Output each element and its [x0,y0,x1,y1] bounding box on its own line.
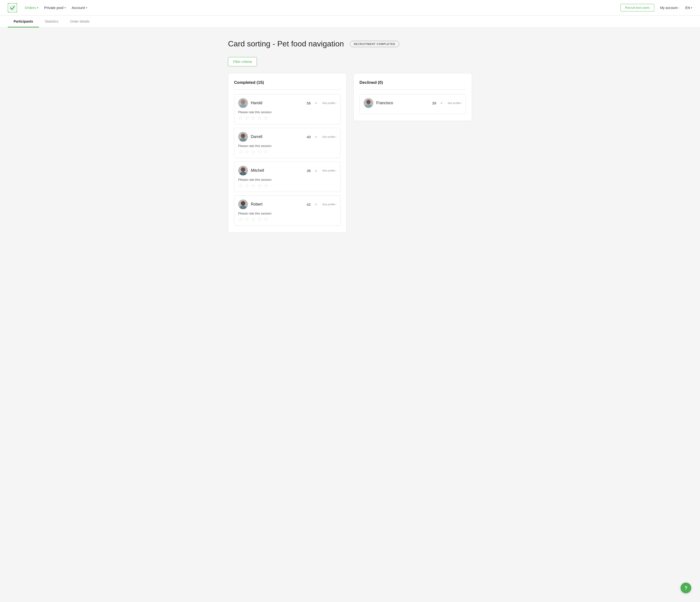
svg-point-13 [241,201,245,205]
columns: Completed (15) Harold 56 ♂ See profile › [228,73,472,233]
star-5[interactable]: ☆ [264,217,268,222]
see-profile-link[interactable]: See profile › [322,169,336,172]
star-1[interactable]: ☆ [238,149,243,155]
participant-card: Darrell 40 ♂ See profile › Please rate t… [234,128,341,158]
star-5[interactable]: ☆ [264,149,268,155]
see-profile-link[interactable]: See profile › [322,203,336,206]
chevron-right-icon: › [335,169,336,172]
participant-age: 39 [432,101,436,105]
participant-age: 36 [307,168,311,173]
logo[interactable] [8,3,17,12]
svg-point-3 [240,104,247,108]
star-rating[interactable]: ☆ ☆ ☆ ☆ ☆ [238,115,336,121]
participant-card: Mitchell 36 ♀ See profile › Please rate … [234,161,341,192]
star-1[interactable]: ☆ [238,217,243,222]
svg-point-9 [240,172,247,176]
star-5[interactable]: ☆ [264,115,268,121]
completed-column: Completed (15) Harold 56 ♂ See profile › [228,73,347,233]
rate-label: Please rate this session [238,178,336,181]
male-gender-icon: ♂ [315,101,317,105]
participant-row: Harold 56 ♂ See profile › [238,98,336,108]
nav-private-pool[interactable]: Private pool ▾ [44,6,66,10]
star-3[interactable]: ☆ [251,115,256,121]
participant-age: 56 [307,101,311,105]
star-rating[interactable]: ☆ ☆ ☆ ☆ ☆ [238,217,336,222]
see-profile-link[interactable]: See profile › [448,102,462,104]
star-2[interactable]: ☆ [245,217,249,222]
declined-column: Declined (0) Francisco 39 ♂ See profile … [353,73,472,121]
svg-point-12 [240,206,247,209]
status-badge: RECRUITMENT COMPLETED [350,41,400,47]
participant-name: Mitchell [251,168,304,173]
svg-point-6 [240,138,247,141]
page-title: Card sorting - Pet food navigation [228,40,344,48]
avatar [238,132,248,141]
nav-orders[interactable]: Orders ▾ [25,6,39,10]
completed-column-title: Completed (15) [234,80,341,85]
language-selector[interactable]: EN ▾ [685,6,692,10]
avatar [238,166,248,176]
star-4[interactable]: ☆ [257,115,262,121]
page-header: Card sorting - Pet food navigation RECRU… [228,40,472,48]
avatar [364,98,373,108]
star-1[interactable]: ☆ [238,183,243,188]
male-gender-icon: ♂ [440,101,443,105]
participant-name: Harold [251,101,304,105]
participant-name: Darrell [251,135,304,139]
chevron-right-icon: › [461,102,462,104]
chevron-right-icon: › [335,135,336,138]
tab-participants[interactable]: Participants [8,16,39,27]
nav-account[interactable]: Account ▾ [72,6,87,10]
star-3[interactable]: ☆ [251,217,256,222]
tab-order-details[interactable]: Order details [64,16,95,27]
participant-row: Francisco 39 ♂ See profile › [364,98,462,108]
chevron-right-icon: › [679,6,680,9]
see-profile-link[interactable]: See profile › [322,135,336,138]
rate-label: Please rate this session [238,212,336,215]
avatar [238,200,248,209]
star-rating[interactable]: ☆ ☆ ☆ ☆ ☆ [238,183,336,188]
chevron-down-icon: ▾ [691,6,692,9]
declined-column-title: Declined (0) [359,80,466,85]
star-2[interactable]: ☆ [245,183,249,188]
column-divider [234,89,341,90]
see-profile-link[interactable]: See profile › [322,102,336,104]
participant-name: Robert [251,202,304,207]
star-4[interactable]: ☆ [257,183,262,188]
star-3[interactable]: ☆ [251,149,256,155]
male-gender-icon: ♂ [315,135,317,139]
svg-point-4 [241,100,245,104]
chevron-right-icon: › [335,203,336,206]
chevron-down-icon: ▾ [65,6,66,9]
participant-row: Darrell 40 ♂ See profile › [238,132,336,141]
participant-card: Francisco 39 ♂ See profile › [359,94,466,114]
star-rating[interactable]: ☆ ☆ ☆ ☆ ☆ [238,149,336,155]
participant-row: Robert 42 ♂ See profile › [238,200,336,209]
participant-name: Francisco [376,101,429,105]
avatar [238,98,248,108]
star-2[interactable]: ☆ [245,115,249,121]
star-2[interactable]: ☆ [245,149,249,155]
participant-age: 42 [307,202,311,207]
participant-card: Harold 56 ♂ See profile › Please rate th… [234,94,341,124]
star-3[interactable]: ☆ [251,183,256,188]
svg-point-10 [241,167,245,172]
filter-criteria-button[interactable]: Filter criteria [228,57,257,66]
my-account-link[interactable]: My account › [660,6,680,10]
rate-label: Please rate this session [238,144,336,148]
star-1[interactable]: ☆ [238,115,243,121]
column-divider [359,89,466,90]
recruit-test-users-button[interactable]: Recruit test users [621,4,654,11]
navbar: Orders ▾ Private pool ▾ Account ▾ Recrui… [0,0,700,16]
star-4[interactable]: ☆ [257,217,262,222]
participant-card: Robert 42 ♂ See profile › Please rate th… [234,195,341,226]
svg-point-7 [241,134,245,138]
chevron-down-icon: ▾ [86,6,87,9]
star-4[interactable]: ☆ [257,149,262,155]
tabs-bar: Participants Statistics Order details [0,16,700,28]
rate-label: Please rate this session [238,110,336,114]
participant-row: Mitchell 36 ♀ See profile › [238,166,336,176]
star-5[interactable]: ☆ [264,183,268,188]
tab-statistics[interactable]: Statistics [39,16,64,27]
svg-point-16 [367,100,370,104]
